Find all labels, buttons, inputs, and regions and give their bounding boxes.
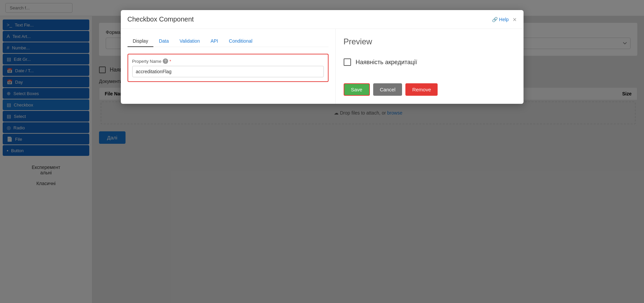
help-label: Help (499, 17, 509, 22)
modal-left-panel: Display Data Validation API Conditional (121, 29, 336, 104)
modal-header: Checkbox Component 🔗 Help × (121, 10, 524, 29)
preview-checkbox-row: Наявність акредитації (344, 54, 515, 70)
tab-display[interactable]: Display (128, 36, 154, 47)
remove-button[interactable]: Remove (405, 83, 438, 96)
modal-body: Display Data Validation API Conditional (121, 29, 524, 104)
modal-overlay: Checkbox Component 🔗 Help × Display (0, 0, 644, 303)
modal-close-button[interactable]: × (513, 16, 517, 23)
preview-checkbox-label: Наявність акредитації (356, 59, 417, 66)
modal-footer: Save Cancel Remove (344, 70, 515, 96)
property-name-label: Property Name ? * (132, 58, 324, 64)
modal-right-panel: Preview Наявність акредитації Save Cance… (336, 29, 524, 104)
modal-tabs: Display Data Validation API Conditional (128, 36, 329, 47)
modal-title: Checkbox Component (128, 15, 194, 23)
required-star: * (169, 59, 171, 64)
modal-header-right: 🔗 Help × (492, 16, 516, 23)
tab-data[interactable]: Data (153, 36, 174, 47)
preview-title: Preview (344, 37, 515, 46)
property-name-section: Property Name ? * (128, 54, 329, 82)
tab-api[interactable]: API (205, 36, 224, 47)
cancel-button[interactable]: Cancel (373, 83, 402, 96)
property-name-input[interactable] (132, 66, 324, 77)
tab-conditional[interactable]: Conditional (224, 36, 258, 47)
save-button[interactable]: Save (344, 83, 370, 96)
tab-validation[interactable]: Validation (174, 36, 205, 47)
help-icon: 🔗 (492, 17, 498, 22)
checkbox-component-modal: Checkbox Component 🔗 Help × Display (121, 10, 524, 104)
preview-checkbox[interactable] (344, 58, 351, 66)
info-icon: ? (163, 58, 168, 64)
help-button[interactable]: 🔗 Help (492, 17, 509, 22)
